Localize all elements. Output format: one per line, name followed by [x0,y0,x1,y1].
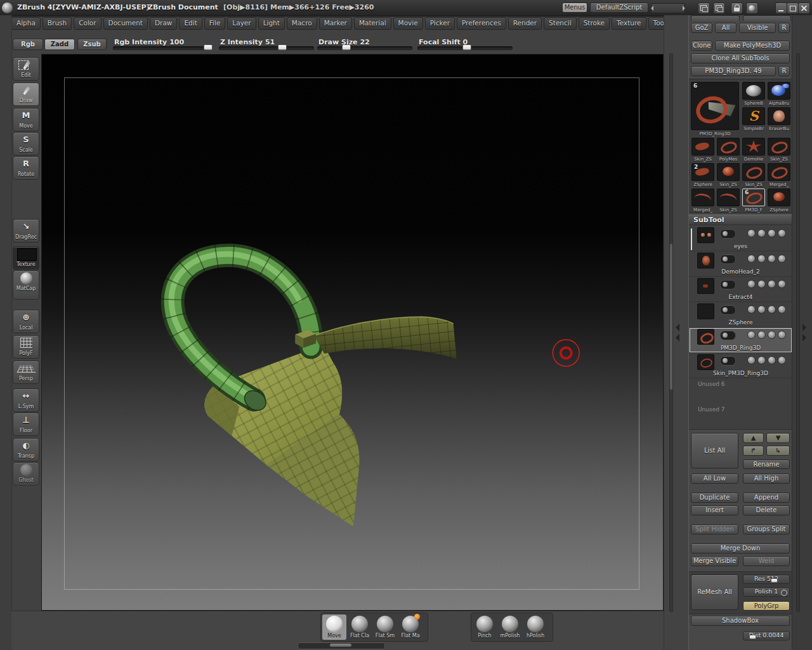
subtool-up-button[interactable]: ▲ [743,433,764,443]
r-button[interactable]: R [778,23,790,33]
eye-toggle-icon[interactable] [720,305,736,315]
local-pivot-icon[interactable]: ⊕ Local [13,310,39,333]
subtool-item[interactable]: DemoHead_2 [689,251,792,277]
rename-button[interactable]: Rename [743,460,790,469]
collapse-right-icon[interactable] [802,324,806,331]
edit-icon[interactable]: Edit [13,57,39,81]
toolbar-slider[interactable]: Focal Shift 0 [417,38,513,51]
minimize-button[interactable] [775,3,787,14]
draw-icon[interactable]: Draw [13,83,39,106]
mode-button[interactable]: Zsub [77,39,107,50]
menu-item[interactable]: Marker [319,17,352,30]
tool-history-item[interactable]: 2 ZSphere [691,163,715,187]
menu-item[interactable]: Document [103,17,148,30]
polypaint-icon[interactable] [757,305,766,314]
ghost-sphere-icon[interactable]: Ghost [13,462,39,486]
polypaint-icon[interactable] [747,331,756,339]
bottom-scrollbar[interactable] [298,642,385,649]
menu-item[interactable]: Edit [179,17,202,30]
polygrp-button[interactable]: PolyGrp [743,601,790,611]
matcap-sphere-icon[interactable]: MatCap [13,270,39,300]
subtool-mini-icons[interactable] [747,331,788,340]
polypaint-icon[interactable] [768,229,776,237]
subtool-mini-icons[interactable] [747,356,788,366]
polypaint-icon[interactable] [757,331,766,339]
polypaint-icon[interactable] [757,280,766,288]
subtool-item[interactable]: Skin_PM3D_Ring3D [689,353,792,378]
tool-history-item[interactable]: DemoHe [742,138,766,162]
polypaint-icon[interactable] [768,280,776,288]
tool-history-item[interactable]: Skin_ZS [691,138,715,162]
slider-handle[interactable] [204,44,213,50]
transparency-icon[interactable]: ◐ Transp [13,438,39,461]
document-canvas[interactable] [41,54,664,611]
subtool-mini-icons[interactable] [747,255,788,264]
goz-visible-button[interactable]: Visible [739,23,776,33]
slider-handle[interactable] [462,44,471,50]
subtool-item[interactable]: PM3D_Ring3D [689,328,792,353]
move-icon[interactable]: M Move [13,108,39,131]
tool-history-item[interactable]: Merged_ [767,163,791,187]
goz-button[interactable]: GoZ [691,23,712,33]
tool-history-item[interactable]: Skin_ZS [767,138,791,162]
groups-split-button[interactable]: Groups Split [743,524,790,534]
subtool-shift-down-button[interactable]: ↳ [766,446,790,456]
menu-item[interactable]: Material [354,17,391,30]
list-all-button[interactable]: List All [691,433,738,468]
polypaint-icon[interactable] [778,255,786,263]
rotate-icon[interactable]: R Rotate [13,156,39,180]
subtool-mini-icons[interactable] [747,280,788,289]
tool-history-item[interactable]: Skin_ZS [716,189,740,213]
make-polymesh3d-button[interactable]: Make PolyMesh3D [715,41,790,51]
lock-button[interactable] [731,3,743,14]
floor-grid-icon[interactable]: ⊥ Floor [13,413,39,436]
copy-frame-button[interactable] [698,3,710,14]
toolbar-slider[interactable]: Draw Size 22 [317,38,412,51]
eye-toggle-icon[interactable] [720,255,736,264]
brush-quick-item[interactable]: hPolish [523,614,547,640]
dragrect-icon[interactable]: ↘ DragRec [13,219,39,242]
eye-toggle-icon[interactable] [720,356,736,366]
polypaint-icon[interactable] [768,255,776,263]
perspective-icon[interactable]: Persp [13,361,39,384]
tool-history-item[interactable]: Skin_ZS [742,163,766,187]
menu-item[interactable]: File [204,17,226,30]
eye-toggle-icon[interactable] [720,229,736,239]
menu-item[interactable]: Stroke [579,17,610,30]
brush-quick-item[interactable]: mPolish [498,614,522,640]
remesh-all-button[interactable]: ReMesh All [691,574,738,610]
polypaint-icon[interactable] [778,280,786,288]
polypaint-icon[interactable] [747,229,756,237]
brush-quick-item[interactable]: Flat Ma [398,614,422,640]
collapse-left-icon[interactable] [676,334,679,342]
polish-mode-toggle-icon[interactable] [781,590,787,596]
polypaint-icon[interactable] [747,255,756,263]
subtool-mini-icons[interactable] [747,229,788,239]
menu-item[interactable]: Stencil [544,17,577,30]
subtool-item[interactable]: Extract4 [689,277,792,302]
weld-button[interactable]: Weld [743,556,790,566]
dist-slider[interactable]: Dist 0.0044 [743,631,790,640]
polypaint-icon[interactable] [768,356,776,364]
brush-quick-item[interactable]: Move [322,614,346,640]
toolbar-slider[interactable]: Rgb Intensity 100 [113,38,211,51]
goz-all-button[interactable]: All [715,23,737,33]
tool-history-item[interactable]: 6 PM3D_F [742,189,766,213]
quick-pick-item[interactable]: SphereB [742,82,766,106]
menu-item[interactable]: Brush [43,17,72,30]
eye-toggle-icon[interactable] [720,331,736,340]
polypaint-icon[interactable] [778,331,786,339]
polypaint-icon[interactable] [757,229,766,237]
split-hidden-button[interactable]: Split Hidden [691,524,738,534]
close-button[interactable] [798,3,810,14]
polypaint-icon[interactable] [768,331,776,339]
menu-item[interactable]: Movie [393,17,423,30]
dist-slider-handle[interactable] [749,635,756,639]
eye-toggle-icon[interactable] [720,280,736,289]
polypaint-icon[interactable] [757,255,766,263]
clone-button[interactable]: Clone [691,41,712,51]
subtool-down-button[interactable]: ▼ [766,433,790,443]
polypaint-icon[interactable] [768,305,776,314]
tool-history-item[interactable]: PolyMes [716,138,740,162]
quick-pick-item[interactable]: AlphaBru [767,82,791,106]
